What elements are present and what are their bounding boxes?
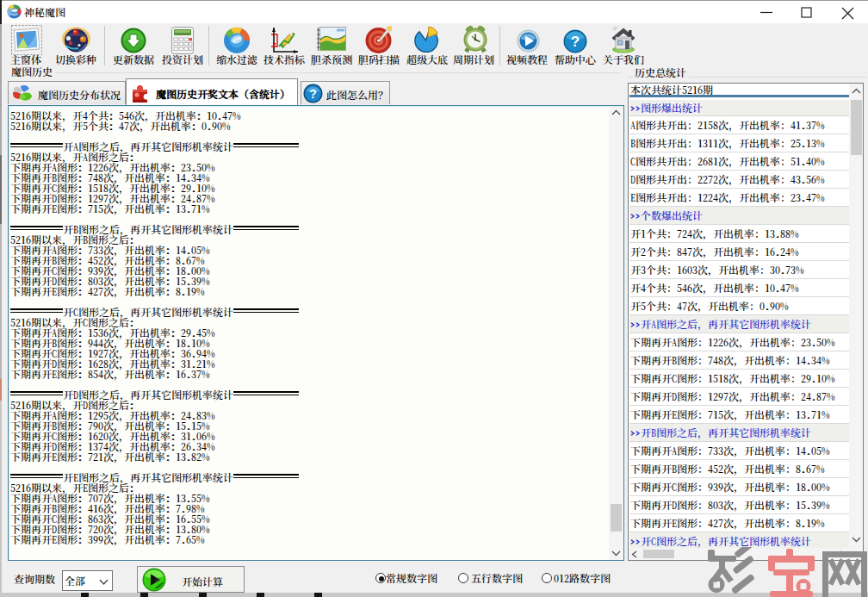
svg-text:?: ? <box>309 87 317 101</box>
svg-text:?: ? <box>571 34 580 50</box>
